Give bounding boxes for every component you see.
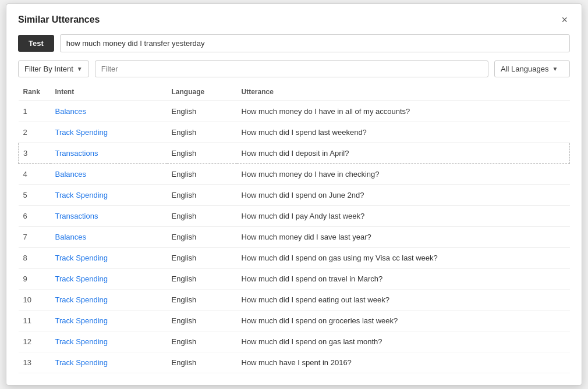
cell-rank: 4 xyxy=(19,164,51,185)
table-row[interactable]: 13Track SpendingEnglishHow much have I s… xyxy=(19,352,570,373)
cell-rank: 7 xyxy=(19,227,51,248)
intent-link[interactable]: Track Spending xyxy=(55,128,108,137)
cell-rank: 11 xyxy=(19,311,51,331)
cell-utterance: How much did I deposit in April? xyxy=(237,143,570,164)
cell-utterance: How much have I spent in 2016? xyxy=(237,352,570,373)
cell-rank: 9 xyxy=(19,269,51,290)
cell-rank: 13 xyxy=(19,352,51,373)
language-filter-dropdown[interactable]: All Languages ▼ xyxy=(494,60,570,77)
table-row[interactable]: 12Track SpendingEnglishHow much did I sp… xyxy=(19,331,570,352)
close-button[interactable]: × xyxy=(559,15,570,25)
cell-rank: 3 xyxy=(19,143,51,164)
test-input[interactable] xyxy=(60,34,570,52)
table-row[interactable]: 2Track SpendingEnglishHow much did I spe… xyxy=(19,122,570,143)
cell-rank: 5 xyxy=(19,185,51,206)
cell-intent[interactable]: Track Spending xyxy=(51,311,167,331)
cell-intent[interactable]: Track Spending xyxy=(51,248,167,269)
cell-language: English xyxy=(167,248,237,269)
intent-filter-arrow-icon: ▼ xyxy=(77,66,83,72)
intent-link[interactable]: Track Spending xyxy=(55,254,108,262)
language-filter-label: All Languages xyxy=(501,65,548,73)
cell-intent[interactable]: Transactions xyxy=(51,143,167,164)
intent-link[interactable]: Track Spending xyxy=(55,274,108,283)
test-button[interactable]: Test xyxy=(18,35,54,52)
intent-link[interactable]: Track Spending xyxy=(55,358,108,367)
cell-intent[interactable]: Balances xyxy=(51,101,167,122)
cell-rank: 6 xyxy=(19,206,51,227)
similar-utterances-modal: Similar Utterances × Test Filter By Inte… xyxy=(6,3,582,386)
table-row[interactable]: 9Track SpendingEnglishHow much did I spe… xyxy=(19,269,570,290)
intent-link[interactable]: Track Spending xyxy=(55,316,108,325)
cell-intent[interactable]: Track Spending xyxy=(51,352,167,373)
cell-rank: 1 xyxy=(19,101,51,122)
intent-link[interactable]: Transactions xyxy=(55,149,98,158)
cell-intent[interactable]: Balances xyxy=(51,164,167,185)
intent-link[interactable]: Balances xyxy=(55,170,86,179)
cell-language: English xyxy=(167,290,237,311)
cell-utterance: How much money do I have in checking? xyxy=(237,164,570,185)
table-row[interactable]: 10Track SpendingEnglishHow much did I sp… xyxy=(19,290,570,311)
top-row: Test xyxy=(18,34,570,52)
cell-utterance: How much did I spend on travel in March? xyxy=(237,269,570,290)
cell-intent[interactable]: Track Spending xyxy=(51,122,167,143)
cell-language: English xyxy=(167,122,237,143)
modal-title: Similar Utterances xyxy=(18,15,100,25)
intent-link[interactable]: Track Spending xyxy=(55,295,108,304)
cell-rank: 2 xyxy=(19,122,51,143)
table-row[interactable]: 4BalancesEnglishHow much money do I have… xyxy=(19,164,570,185)
cell-utterance: How much did I spend on groceries last w… xyxy=(237,311,570,331)
cell-utterance: How much did I spend on June 2nd? xyxy=(237,185,570,206)
col-header-utterance: Utterance xyxy=(237,85,570,101)
cell-utterance: How much did I pay Andy last week? xyxy=(237,206,570,227)
cell-language: English xyxy=(167,206,237,227)
cell-utterance: How much did I spend on gas using my Vis… xyxy=(237,248,570,269)
table-row[interactable]: 5Track SpendingEnglishHow much did I spe… xyxy=(19,185,570,206)
table-row[interactable]: 1BalancesEnglishHow much money do I have… xyxy=(19,101,570,122)
cell-utterance: How much did I spend on gas last month? xyxy=(237,331,570,352)
intent-filter-label: Filter By Intent xyxy=(24,65,73,73)
cell-intent[interactable]: Balances xyxy=(51,227,167,248)
language-filter-arrow-icon: ▼ xyxy=(552,66,558,72)
cell-language: English xyxy=(167,331,237,352)
utterances-table: Rank Intent Language Utterance 1Balances… xyxy=(18,85,570,373)
intent-link[interactable]: Track Spending xyxy=(55,337,108,346)
intent-link[interactable]: Balances xyxy=(55,233,86,241)
col-header-rank: Rank xyxy=(19,85,51,101)
cell-utterance: How much money did I save last year? xyxy=(237,227,570,248)
cell-rank: 12 xyxy=(19,331,51,352)
cell-language: English xyxy=(167,185,237,206)
intent-filter-dropdown[interactable]: Filter By Intent ▼ xyxy=(18,60,89,77)
cell-intent[interactable]: Track Spending xyxy=(51,185,167,206)
intent-link[interactable]: Transactions xyxy=(55,212,98,220)
filter-row: Filter By Intent ▼ All Languages ▼ xyxy=(18,60,570,77)
cell-rank: 10 xyxy=(19,290,51,311)
cell-intent[interactable]: Track Spending xyxy=(51,290,167,311)
table-row[interactable]: 11Track SpendingEnglishHow much did I sp… xyxy=(19,311,570,331)
cell-intent[interactable]: Track Spending xyxy=(51,269,167,290)
modal-header: Similar Utterances × xyxy=(18,15,570,25)
table-row[interactable]: 7BalancesEnglishHow much money did I sav… xyxy=(19,227,570,248)
table-row[interactable]: 3TransactionsEnglishHow much did I depos… xyxy=(19,143,570,164)
table-row[interactable]: 6TransactionsEnglishHow much did I pay A… xyxy=(19,206,570,227)
cell-utterance: How much money do I have in all of my ac… xyxy=(237,101,570,122)
cell-language: English xyxy=(167,269,237,290)
table-row[interactable]: 8Track SpendingEnglishHow much did I spe… xyxy=(19,248,570,269)
cell-language: English xyxy=(167,101,237,122)
table-header-row: Rank Intent Language Utterance xyxy=(19,85,570,101)
cell-utterance: How much did I spend last weekend? xyxy=(237,122,570,143)
col-header-intent: Intent xyxy=(51,85,167,101)
filter-input[interactable] xyxy=(95,60,488,77)
cell-rank: 8 xyxy=(19,248,51,269)
intent-link[interactable]: Balances xyxy=(55,107,86,116)
col-header-language: Language xyxy=(167,85,237,101)
cell-language: English xyxy=(167,352,237,373)
cell-language: English xyxy=(167,311,237,331)
cell-language: English xyxy=(167,164,237,185)
cell-utterance: How much did I spend eating out last wee… xyxy=(237,290,570,311)
cell-intent[interactable]: Track Spending xyxy=(51,331,167,352)
intent-link[interactable]: Track Spending xyxy=(55,191,108,199)
cell-language: English xyxy=(167,143,237,164)
cell-intent[interactable]: Transactions xyxy=(51,206,167,227)
cell-language: English xyxy=(167,227,237,248)
